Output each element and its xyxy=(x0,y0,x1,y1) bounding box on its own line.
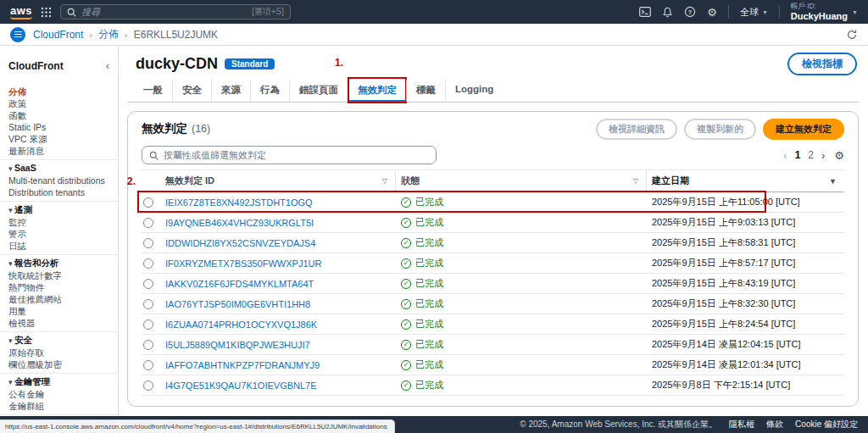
sidebar-item[interactable]: 檢視器 xyxy=(0,317,118,329)
footer-link[interactable]: 隱私權 xyxy=(729,419,754,430)
sidebar-item[interactable]: 最佳推薦網站 xyxy=(0,293,118,305)
row-radio-button[interactable] xyxy=(143,279,153,289)
breadcrumb-item[interactable]: 分佈 xyxy=(98,27,119,42)
table-settings-gear-icon[interactable]: ⚙ xyxy=(834,149,844,162)
account-menu[interactable]: 帳戶 ID: DuckyHuang ▼ xyxy=(791,2,858,21)
sidebar-item[interactable]: Distribution tenants xyxy=(0,186,118,198)
breadcrumb-item[interactable]: E6RKLL5U2JUMK xyxy=(134,29,218,41)
sidebar-item[interactable]: 金鑰管理 xyxy=(0,373,118,388)
table-row[interactable]: IAKKV0Z16F6JFDS4MYKLMTA64T 已完成 2025年9月15… xyxy=(142,274,844,294)
tab[interactable]: Logging xyxy=(445,80,503,102)
sidebar-item[interactable]: 熱門物件 xyxy=(0,281,118,293)
table-row[interactable]: IAFFO7ABHTNKPZP7FDRANJMYJ9 已完成 2025年9月14… xyxy=(142,355,844,375)
view-metrics-button[interactable]: 檢視指標 xyxy=(787,53,857,75)
sidebar-item[interactable]: 監控 xyxy=(0,216,118,228)
table-row[interactable]: IF0XRYZMETX7BS350FWWXPJ1UR 已完成 2025年9月15… xyxy=(142,253,844,274)
table-row[interactable]: IAO76YTJSP50IM0GE6VHTI1HH8 已完成 2025年9月15… xyxy=(142,294,844,314)
table-row[interactable]: 2. IEIX67Z8TE8XN492JSTDHT1OGQ 已完成 2025年9… xyxy=(142,192,844,213)
sidebar-item[interactable]: 警示 xyxy=(0,228,118,240)
sidebar-item[interactable]: 快取統計數字 xyxy=(0,269,118,281)
table-row[interactable]: I9AYQNEB46X4VHCZ93UKRGLT5I 已完成 2025年9月15… xyxy=(142,213,844,233)
aws-logo[interactable]: aws xyxy=(10,5,32,19)
invalidation-id-link[interactable]: IAO76YTJSP50IM0GE6VHTI1HH8 xyxy=(165,299,310,309)
next-page-button[interactable]: › xyxy=(821,149,825,162)
sidebar-item[interactable]: 日誌 xyxy=(0,240,118,252)
footer-link[interactable]: 條款 xyxy=(766,419,783,430)
tab[interactable]: 錯誤頁面 xyxy=(289,80,348,102)
invalidation-id-link[interactable]: I9AYQNEB46X4VHCZ93UKRGLT5I xyxy=(165,218,314,228)
sidebar-item[interactable]: 公有金鑰 xyxy=(0,388,118,400)
column-header-id[interactable]: 無效判定 ID ▽ xyxy=(160,170,396,192)
sidebar-item[interactable]: 用量 xyxy=(0,305,118,317)
tab[interactable]: 來源 xyxy=(211,80,250,102)
view-details-button[interactable]: 檢視詳細資訊 xyxy=(596,119,677,140)
region-selector[interactable]: 全球▼ xyxy=(740,6,768,19)
tab[interactable]: 行為 xyxy=(250,80,289,102)
sidebar-item[interactable]: 原始存取 xyxy=(0,347,118,358)
tab[interactable]: 一般 xyxy=(134,80,172,102)
invalidation-id-link[interactable]: I5ULJ5889QM1KIBQPJWE3HUJI7 xyxy=(165,340,310,350)
previous-page-button[interactable]: ‹ xyxy=(783,149,787,162)
collapse-sidebar-icon[interactable]: ‹ xyxy=(106,59,109,72)
created-date: 2025年9月15日 上午8:32:30 [UTC] xyxy=(647,294,844,314)
page-number[interactable]: 1 xyxy=(795,149,801,161)
sidebar-item[interactable]: 政策 xyxy=(0,97,118,109)
global-search-input[interactable]: 搜尋 [選項+S] xyxy=(60,4,291,19)
sidebar-item[interactable]: 安全 xyxy=(0,331,118,347)
row-radio-button[interactable] xyxy=(143,218,153,228)
row-radio-button[interactable] xyxy=(143,360,153,370)
copy-to-new-button[interactable]: 複製到新的 xyxy=(684,119,756,140)
cloudshell-icon[interactable] xyxy=(639,7,651,17)
row-radio-button[interactable] xyxy=(143,380,153,391)
sidebar-item[interactable]: SaaS xyxy=(0,159,118,175)
help-icon[interactable]: ? xyxy=(684,6,696,18)
sidebar-item[interactable]: 函數 xyxy=(0,109,118,121)
table-row[interactable]: I6ZUAA0714PRHO1OCYXVQ1J86K 已完成 2025年9月15… xyxy=(142,314,844,335)
services-grid-icon[interactable] xyxy=(41,7,52,18)
page-number[interactable]: 2 xyxy=(808,149,814,161)
sidebar-item[interactable]: 遙測 xyxy=(0,201,118,216)
row-radio-button[interactable] xyxy=(143,319,153,330)
notifications-bell-icon[interactable] xyxy=(662,7,673,18)
footer-link[interactable]: Cookie 偏好設定 xyxy=(795,419,858,430)
sidebar-item[interactable]: Multi-tenant distributions xyxy=(0,175,118,186)
tab[interactable]: 安全 xyxy=(172,80,211,102)
breadcrumb-item[interactable]: CloudFront xyxy=(33,29,83,41)
settings-gear-icon[interactable]: ⚙ xyxy=(707,7,717,18)
sidebar-item[interactable]: 分佈 xyxy=(0,86,118,97)
invalidation-id-link[interactable]: IF0XRYZMETX7BS350FWWXPJ1UR xyxy=(165,258,321,269)
sidebar-item[interactable]: Static IPs xyxy=(0,121,118,133)
sort-descending-icon[interactable]: ▼ xyxy=(829,177,839,186)
sidebar-item[interactable]: 報告和分析 xyxy=(0,254,118,269)
sort-icon[interactable]: ▽ xyxy=(382,177,390,185)
invalidation-id-link[interactable]: IAFFO7ABHTNKPZP7FDRANJMYJ9 xyxy=(165,360,320,370)
invalidation-id-link[interactable]: IDDWIDHZI8YX52CSNVZEYDAJS4 xyxy=(165,238,315,248)
sort-icon[interactable]: ▽ xyxy=(633,177,641,185)
invalidation-id-link[interactable]: IAKKV0Z16F6JFDS4MYKLMTA64T xyxy=(165,279,314,289)
table-row[interactable]: IDDWIDHZI8YX52CSNVZEYDAJS4 已完成 2025年9月15… xyxy=(142,233,844,253)
sidebar-item[interactable]: VPC 來源 xyxy=(0,133,118,145)
invalidation-id-link[interactable]: I4G7QE51K9QAU7K1OIEVGBNL7E xyxy=(165,380,317,391)
table-row[interactable]: I4G7QE51K9QAU7K1OIEVGBNL7E 已完成 2025年9月8日… xyxy=(142,375,844,396)
sidebar-item[interactable]: 最新消息 xyxy=(0,145,118,157)
invalidation-id-link[interactable]: I6ZUAA0714PRHO1OCYXVQ1J86K xyxy=(165,319,317,330)
row-radio-button[interactable] xyxy=(143,238,153,248)
table-row[interactable]: I5ULJ5889QM1KIBQPJWE3HUJI7 已完成 2025年9月14… xyxy=(142,335,844,355)
row-radio-button[interactable] xyxy=(143,340,153,350)
tab[interactable]: 標籤 xyxy=(406,80,445,102)
row-radio-button[interactable] xyxy=(143,299,153,309)
invalidation-id-link[interactable]: IEIX67Z8TE8XN492JSTDHT1OGQ xyxy=(165,197,313,208)
panel-header: 無效判定 (16) 檢視詳細資訊 複製到新的 建立無效判定 xyxy=(142,119,844,139)
sidebar-toggle-button[interactable] xyxy=(10,27,25,42)
create-invalidation-button[interactable]: 建立無效判定 xyxy=(763,119,844,140)
tab[interactable]: 無效判定 1. xyxy=(348,80,406,102)
refresh-icon[interactable] xyxy=(846,29,858,41)
sidebar-item[interactable]: 欄位層級加密 xyxy=(0,358,118,370)
row-radio-button[interactable] xyxy=(143,197,153,208)
column-header-status[interactable]: 狀態 ▽ xyxy=(396,170,647,192)
sidebar-item[interactable]: 金鑰群組 xyxy=(0,400,118,412)
row-radio-button[interactable] xyxy=(143,258,153,269)
column-header-date[interactable]: 建立日期 ▼ xyxy=(647,170,844,192)
panel-title: 無效判定 xyxy=(142,121,187,136)
filter-input[interactable]: 按屬性或值篩選無效判定 xyxy=(142,146,437,164)
